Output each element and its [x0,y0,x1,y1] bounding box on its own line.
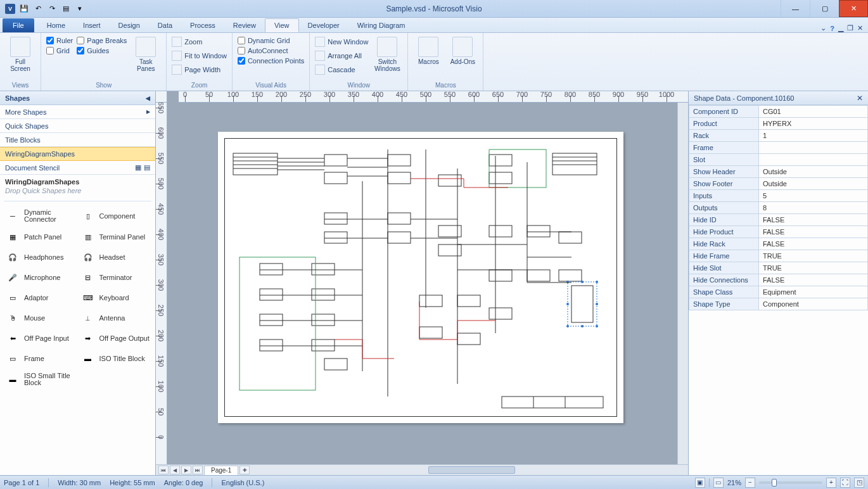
table-row[interactable]: Frame [689,142,868,154]
table-row[interactable]: Hide SlotTRUE [689,262,868,274]
close-panel-icon[interactable]: ✕ [857,94,863,103]
table-row[interactable]: Outputs8 [689,202,868,214]
shape-iso-small-title-block[interactable]: ▬ISO Small Title Block [3,369,78,390]
prop-value[interactable]: TRUE [759,250,868,262]
table-row[interactable]: Hide ConnectionsFALSE [689,274,868,286]
prop-value[interactable]: FALSE [759,238,868,250]
table-row[interactable]: Shape ClassEquipment [689,286,868,298]
full-screen-button[interactable]: Full Screen [5,35,35,72]
prop-value[interactable]: FALSE [759,214,868,226]
table-row[interactable]: Rack1 [689,130,868,142]
shape-mouse[interactable]: 🖱Mouse [3,308,78,328]
addons-button[interactable]: Add-Ons [447,35,478,65]
zoom-button[interactable]: Zoom [172,37,227,47]
fit-page-icon[interactable]: ⛶ [840,478,850,488]
presentation-mode-icon[interactable]: ▭ [713,478,724,488]
nav-first-icon[interactable]: ⏮ [158,466,169,474]
ruler-checkbox[interactable]: Ruler [46,37,73,44]
zoom-slider[interactable] [759,481,822,484]
connection-points-checkbox[interactable]: Connection Points [238,57,304,65]
tab-design[interactable]: Design [110,18,149,32]
prop-value[interactable] [759,142,868,154]
ribbon-expand-icon[interactable]: ⌄ [820,24,826,32]
prop-value[interactable]: Outside [759,166,868,178]
prop-value[interactable]: CG01 [759,106,868,118]
status-language[interactable]: English (U.S.) [221,479,264,486]
title-blocks-row[interactable]: Title Blocks [0,133,155,147]
mdi-minimize-icon[interactable]: ▁ [838,24,843,32]
dynamic-grid-checkbox[interactable]: Dynamic Grid [238,37,304,44]
shape-terminal-panel[interactable]: ▥Terminal Panel [78,227,153,247]
macro-record-icon[interactable]: ▣ [695,478,705,488]
task-panes-button[interactable]: Task Panes [131,35,161,72]
table-row[interactable]: Hide RackFALSE [689,238,868,250]
switch-windows-button[interactable]: Switch Windows [372,35,402,72]
shape-patch-panel[interactable]: ▦Patch Panel [3,227,78,247]
mdi-restore-icon[interactable]: ❐ [847,24,853,32]
zoom-in-button[interactable]: + [826,478,836,488]
qat-more-icon[interactable]: ▾ [73,3,86,15]
tab-wiring-diagram[interactable]: Wiring Diagram [348,18,414,32]
tab-insert[interactable]: Insert [74,18,110,32]
prop-value[interactable]: HYPERX [759,118,868,130]
minimize-button[interactable]: — [781,0,810,17]
nav-prev-icon[interactable]: ◀ [170,466,180,474]
pagebreaks-checkbox[interactable]: Page Breaks [77,37,127,44]
status-zoom[interactable]: 21% [727,479,741,486]
shape-microphone[interactable]: 🎤Microphone [3,267,78,288]
zoom-out-button[interactable]: − [745,478,755,488]
mdi-close-icon[interactable]: ✕ [857,24,863,32]
nav-last-icon[interactable]: ⏭ [193,466,203,474]
new-page-icon[interactable]: ✚ [239,466,250,474]
prop-value[interactable]: Component [759,298,868,310]
tab-developer[interactable]: Developer [299,18,348,32]
horizontal-scrollbar[interactable] [255,465,688,475]
tab-data[interactable]: Data [149,18,181,32]
tab-review[interactable]: Review [224,18,265,32]
file-tab[interactable]: File [3,18,34,32]
pan-zoom-icon[interactable]: ◳ [854,478,864,488]
prop-value[interactable]: Equipment [759,286,868,298]
fit-window-button[interactable]: Fit to Window [172,51,227,61]
nav-next-icon[interactable]: ▶ [181,466,191,474]
more-shapes-row[interactable]: More Shapes▶ [0,105,155,119]
prop-value[interactable]: 1 [759,130,868,142]
drawing-canvas[interactable] [167,103,677,464]
tab-view[interactable]: View [265,18,299,32]
document-stencil-row[interactable]: Document Stencil ▦ ▤ [0,161,155,175]
undo-icon[interactable]: ↶ [32,3,44,15]
tab-home[interactable]: Home [38,18,74,32]
wiring-diagram-shapes-row[interactable]: WiringDiagramShapes [0,147,155,161]
table-row[interactable]: Slot [689,154,868,166]
shape-antenna[interactable]: ⟂Antenna [78,308,153,328]
arrange-all-button[interactable]: Arrange All [315,51,368,61]
page-tab-1[interactable]: Page-1 [204,466,238,475]
shape-headphones[interactable]: 🎧Headphones [3,247,78,267]
shape-off-page-output[interactable]: ➡Off Page Output [78,328,153,348]
visio-app-icon[interactable]: V [4,3,16,15]
close-button[interactable]: ✕ [839,0,868,17]
guides-checkbox[interactable]: Guides [77,47,127,54]
shape-frame[interactable]: ▭Frame [3,348,78,369]
shape-dynamic-connector[interactable]: ─Dynamic Connector [3,205,78,227]
prop-value[interactable]: 5 [759,190,868,202]
shapes-header[interactable]: Shapes◀ [0,91,155,105]
selected-component[interactable] [566,281,598,327]
redo-icon[interactable]: ↷ [46,3,58,15]
new-window-button[interactable]: New Window [315,37,368,47]
prop-value[interactable] [759,154,868,166]
maximize-button[interactable]: ▢ [810,0,839,17]
macros-button[interactable]: Macros [413,35,444,65]
stencil-icon-1[interactable]: ▦ [135,163,141,172]
table-row[interactable]: Inputs5 [689,190,868,202]
shape-off-page-input[interactable]: ⬅Off Page Input [3,328,78,348]
prop-value[interactable]: Outside [759,178,868,190]
table-row[interactable]: Component IDCG01 [689,106,868,118]
table-row[interactable]: Hide ProductFALSE [689,226,868,238]
table-row[interactable]: Show HeaderOutside [689,166,868,178]
shape-keyboard[interactable]: ⌨Keyboard [78,288,153,308]
shape-component[interactable]: ▯Component [78,205,153,227]
prop-value[interactable]: 8 [759,202,868,214]
table-row[interactable]: Hide FrameTRUE [689,250,868,262]
grid-checkbox[interactable]: Grid [46,47,73,54]
